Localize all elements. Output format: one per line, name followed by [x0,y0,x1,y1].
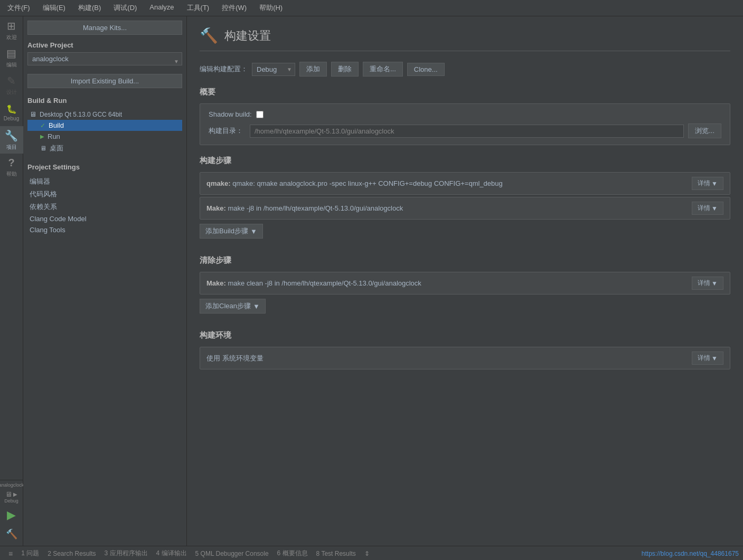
build-env-section-header: 构建环境 [200,330,730,340]
shadow-build-label: Shadow build: [209,110,252,118]
manage-kits-button[interactable]: Manage Kits... [27,21,182,35]
chevron-down-icon-4: ▼ [711,280,718,287]
edit-icon: ▤ [6,47,16,60]
make-details-label: 详情 [698,204,710,213]
menu-widgets[interactable]: 控件(W) [219,2,250,14]
statusbar-compile[interactable]: 4 编译输出 [152,549,191,558]
menu-build[interactable]: 构建(B) [75,2,104,14]
statusbar: ≡ 1 问题 2 Search Results 3 应用程序输出 4 编译输出 … [0,546,743,560]
env-details-button[interactable]: 详情 ▼ [692,352,723,365]
sidebar-label-project: 项目 [6,144,17,151]
config-row: 编辑构建配置： Debug Release Profile 添加 删除 重命名.… [200,62,730,77]
statusbar-test[interactable]: 8 Test Results [312,550,360,557]
run-button[interactable]: ▶ [0,506,23,525]
menu-analyze[interactable]: Analyze [146,2,177,14]
sidebar-label-welcome: 欢迎 [6,34,17,41]
clone-config-button[interactable]: Clone... [407,63,445,76]
build-run-title: Build & Run [27,97,182,105]
menu-file[interactable]: 文件(F) [4,2,33,14]
rename-config-button[interactable]: 重命名... [363,62,403,77]
settings-clang-tools[interactable]: Clang Tools [27,224,182,235]
build-dir-row: 构建目录： 浏览... [209,124,721,138]
qmake-details-label: 详情 [698,179,710,188]
add-clean-step-label: 添加Clean步骤 [205,301,251,311]
menubar: 文件(F) 编辑(E) 构建(B) 调试(D) Analyze 工具(T) 控件… [0,0,743,16]
qmake-details-button[interactable]: 详情 ▼ [692,177,723,190]
settings-dependencies[interactable]: 依赖关系 [27,201,182,213]
menu-help[interactable]: 帮助(H) [256,2,286,14]
run-triangle-icon: ▶ [40,134,44,139]
make-step-text: Make: make -j8 in /home/lh/qtexample/Qt-… [206,204,692,212]
make-details-button[interactable]: 详情 ▼ [692,202,723,215]
make-clean-step-value: make clean -j8 in /home/lh/qtexample/Qt-… [228,279,421,287]
chevron-down-icon-2: ▼ [711,205,718,212]
sidebar-item-design[interactable]: ✎ 设计 [0,71,23,99]
config-select[interactable]: Debug Release Profile [252,63,295,76]
qmake-step-row: qmake: qmake: qmake analogclock.pro -spe… [200,172,730,195]
clean-details-label: 详情 [698,279,710,288]
welcome-icon: ⊞ [7,20,16,32]
active-project-label: Active Project [27,41,182,49]
monitor-icon: 🖥 [5,490,12,498]
make-step-row: Make: make -j8 in /home/lh/qtexample/Qt-… [200,197,730,220]
device-project-label: analogclock [0,480,25,490]
clean-steps-section-header: 清除步骤 [200,255,730,265]
statusbar-expand[interactable]: ⇕ [360,550,374,557]
statusbar-qml[interactable]: 5 QML Debugger Console [191,550,273,557]
icon-sidebar: ⊞ 欢迎 ▤ 编辑 ✎ 设计 🐛 Debug 🔧 项目 ? 帮助 analogc… [0,16,23,546]
device-debug-label: Debug [4,498,18,504]
project-select[interactable]: analogclock [27,52,182,65]
env-row: 使用 系统环境变量 详情 ▼ [200,347,730,369]
make-step-value: make -j8 in /home/lh/qtexample/Qt-5.13.0… [228,204,403,212]
settings-code-style[interactable]: 代码风格 [27,188,182,201]
sidebar-label-help: 帮助 [6,170,17,178]
desktop-label: 桌面 [50,144,63,153]
statusbar-search[interactable]: 2 Search Results [43,550,100,557]
sidebar-label-design: 设计 [6,89,17,96]
statusbar-appoutput[interactable]: 3 应用程序输出 [100,549,152,558]
sidebar-item-help[interactable]: ? 帮助 [0,154,23,181]
qmake-step-value: qmake: qmake analogclock.pro -spec linux… [232,179,503,187]
add-config-button[interactable]: 添加 [299,62,327,77]
settings-clang-model[interactable]: Clang Code Model [27,213,182,224]
shadow-build-row: Shadow build: [209,110,721,118]
statusbar-problems[interactable]: 1 问题 [17,549,43,558]
delete-config-button[interactable]: 删除 [331,62,359,77]
chevron-right-icon: ▶ [13,491,17,497]
monitor-icon-small: 🖥 [30,110,36,118]
debug-hammer-button[interactable]: 🔨 [0,525,23,544]
run-label: Run [48,132,60,140]
project-settings-title: Project Settings [27,163,182,171]
menu-tools[interactable]: 工具(T) [184,2,213,14]
build-item[interactable]: ✓ Build [27,120,182,131]
summary-box: Shadow build: 构建目录： 浏览... [200,103,730,145]
add-build-step-button[interactable]: 添加Build步骤 ▼ [200,224,263,239]
import-existing-build-button[interactable]: Import Existing Build... [27,74,182,88]
sidebar-item-welcome[interactable]: ⊞ 欢迎 [0,16,23,44]
clean-details-button[interactable]: 详情 ▼ [692,277,723,290]
design-icon: ✎ [7,74,16,87]
env-details-label: 详情 [698,354,710,363]
menu-debug[interactable]: 调试(D) [110,2,140,14]
sidebar-label-edit: 编辑 [6,61,17,69]
statusbar-summary[interactable]: 6 概要信息 [273,549,312,558]
env-text: 使用 系统环境变量 [206,354,692,363]
kit-label: Desktop Qt 5.13.0 GCC 64bit [40,111,122,118]
desktop-item[interactable]: 🖥 桌面 [27,142,182,155]
left-panel: Manage Kits... Active Project analogcloc… [23,16,187,546]
run-item[interactable]: ▶ Run [27,131,182,142]
sidebar-item-debug[interactable]: 🐛 Debug [0,99,23,126]
sidebar-item-edit[interactable]: ▤ 编辑 [0,44,23,71]
shadow-build-checkbox[interactable] [256,111,264,118]
menu-edit[interactable]: 编辑(E) [40,2,69,14]
browse-button[interactable]: 浏览... [688,124,721,138]
kit-item[interactable]: 🖥 Desktop Qt 5.13.0 GCC 64bit [27,109,182,120]
settings-editor[interactable]: 编辑器 [27,175,182,188]
chevron-down-icon-3: ▼ [250,227,257,235]
build-dir-input[interactable] [250,125,684,138]
add-build-step-label: 添加Build步骤 [205,226,248,236]
statusbar-url[interactable]: https://blog.csdn.net/qq_44861675 [642,550,739,557]
statusbar-icon: ≡ [4,549,17,558]
sidebar-item-project[interactable]: 🔧 项目 [0,126,23,154]
add-clean-step-button[interactable]: 添加Clean步骤 ▼ [200,299,266,314]
